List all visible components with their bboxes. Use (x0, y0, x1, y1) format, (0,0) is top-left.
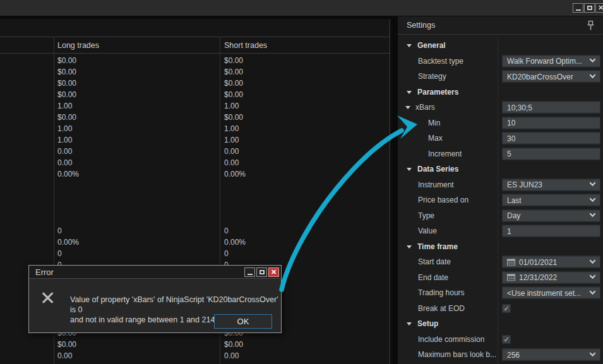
table-row: 0.00%0.00% (0, 237, 390, 248)
short-trades-cell: 0 (220, 249, 390, 258)
instrument-label: Instrument (418, 180, 454, 189)
time-frame-label: Time frame (417, 242, 458, 251)
short-trades-cell: 1.00 (220, 124, 390, 133)
table-row (0, 214, 390, 225)
short-trades-cell: 0.00% (220, 170, 390, 179)
collapse-triangle-icon[interactable] (407, 91, 412, 94)
minimize-icon[interactable] (573, 3, 583, 13)
end-date-field[interactable]: 12/31/2022 (502, 271, 600, 283)
pin-icon[interactable] (587, 20, 595, 33)
min-value: 10 (507, 119, 515, 127)
table-header-row: Long trades Short trades (0, 37, 390, 54)
collapse-triangle-icon[interactable] (407, 44, 412, 47)
section-header-time-frame[interactable]: Time frame (398, 239, 603, 255)
dialog-maximize-icon[interactable] (256, 267, 267, 277)
chevron-down-icon[interactable] (590, 211, 596, 217)
backtest-type-field[interactable]: Walk Forward Optim... (502, 55, 600, 67)
long-trades-cell: 0.00% (54, 170, 220, 179)
include-commission-checkbox[interactable]: ✓ (502, 335, 511, 344)
max-label: Max (428, 134, 443, 143)
section-header-setup[interactable]: Setup (398, 316, 603, 332)
maximize-icon[interactable] (584, 3, 595, 13)
short-trades-cell: 0.00 (220, 158, 390, 167)
start-date-field[interactable]: 01/01/2021 (502, 256, 600, 268)
strategy-value: KD20barCrossOver (507, 72, 573, 81)
max-value: 30 (507, 134, 515, 143)
start-date-label: Start date (418, 257, 451, 266)
settings-row-increment: Increment5 (398, 146, 603, 162)
short-trades-column-header[interactable]: Short trades (220, 41, 390, 50)
value-value: 1 (507, 226, 511, 235)
xbars-field[interactable]: 10;30;5 (502, 102, 600, 114)
min-label: Min (428, 119, 440, 127)
instrument-field[interactable]: ES JUN23 (502, 179, 600, 191)
increment-field[interactable]: 5 (502, 148, 600, 160)
table-row (0, 203, 390, 214)
type-value: Day (507, 211, 520, 220)
section-header-general[interactable]: General (398, 38, 603, 54)
dialog-close-icon[interactable]: ✕ (268, 267, 279, 277)
collapse-triangle-icon[interactable] (407, 168, 412, 171)
collapse-triangle-icon[interactable] (405, 106, 410, 109)
settings-row-end-date: End date12/31/2022 (398, 270, 603, 286)
collapse-triangle-icon[interactable] (407, 245, 412, 249)
maximum-bars-look-b-label: Maximum bars look b... (418, 350, 496, 359)
short-trades-cell: $0.00 (220, 90, 390, 99)
calendar-icon (507, 274, 515, 281)
error-message-line1: Value of property 'xBars' of NinjaScript… (70, 295, 281, 315)
maximum-bars-look-b-field[interactable]: 256 (502, 349, 600, 361)
chevron-down-icon[interactable] (590, 180, 596, 186)
short-trades-cell: $0.00 (220, 68, 390, 76)
trading-hours-field[interactable]: <Use instrument set... (502, 287, 600, 299)
break-at-eod-checkbox[interactable]: ✓ (502, 304, 511, 313)
max-field[interactable]: 30 (502, 132, 600, 144)
long-trades-cell: 0.00 (54, 351, 220, 360)
ok-button[interactable]: OK (214, 314, 272, 329)
settings-row-price-based-on: Price based onLast (398, 192, 603, 208)
strategy-field[interactable]: KD20barCrossOver (502, 71, 600, 83)
long-trades-cell: $0.00 (54, 56, 220, 65)
backtest-type-value: Walk Forward Optim... (507, 57, 582, 66)
settings-row-max: Max30 (398, 131, 603, 146)
general-label: General (417, 41, 446, 50)
chevron-down-icon[interactable] (590, 72, 596, 78)
long-trades-column-header[interactable]: Long trades (54, 41, 220, 50)
settings-row-break-at-eod: Break at EOD✓ (398, 301, 603, 317)
chevron-down-icon[interactable] (590, 196, 596, 202)
error-dialog-titlebar: Error ✕ (29, 266, 281, 279)
type-field[interactable]: Day (502, 209, 600, 221)
settings-row-xbars: xBars10;30;5 (398, 100, 603, 115)
price-based-on-field[interactable]: Last (502, 194, 600, 206)
section-header-parameters[interactable]: Parameters (398, 85, 603, 100)
value-field[interactable]: 1 (502, 225, 600, 237)
chevron-down-icon[interactable] (590, 56, 596, 62)
close-icon[interactable]: ✕ (595, 3, 603, 13)
chevron-down-icon[interactable] (590, 257, 596, 264)
table-row: 0.00%0.00% (0, 168, 390, 180)
long-trades-cell: 0 (54, 249, 220, 258)
dialog-minimize-icon[interactable] (244, 267, 255, 277)
data-series-label: Data Series (417, 165, 458, 173)
section-header-data-series[interactable]: Data Series (398, 161, 603, 177)
chevron-down-icon[interactable] (590, 288, 596, 295)
long-trades-cell: $0.00 (54, 113, 220, 122)
start-date-value: 01/01/2021 (519, 257, 557, 266)
type-label: Type (418, 211, 434, 220)
break-at-eod-label: Break at EOD (418, 304, 465, 313)
long-trades-cell: 1.00 (54, 102, 220, 110)
increment-label: Increment (428, 150, 462, 158)
instrument-value: ES JUN23 (507, 180, 542, 189)
settings-rows: GeneralBacktest typeWalk Forward Optim..… (398, 38, 603, 364)
chevron-down-icon[interactable] (590, 350, 596, 356)
collapse-triangle-icon[interactable] (407, 322, 412, 326)
short-trades-cell: 0 (220, 226, 390, 235)
long-trades-cell: $0.00 (54, 68, 220, 76)
long-trades-cell: 0.00 (54, 147, 220, 156)
min-field[interactable]: 10 (502, 117, 600, 129)
table-row: $0.00$0.00 (0, 55, 390, 66)
end-date-label: End date (418, 273, 448, 282)
long-trades-cell: 0.00 (54, 158, 220, 167)
chevron-down-icon[interactable] (590, 273, 596, 279)
short-trades-cell: $0.00 (220, 56, 390, 65)
xbars-label: xBars (415, 103, 435, 112)
